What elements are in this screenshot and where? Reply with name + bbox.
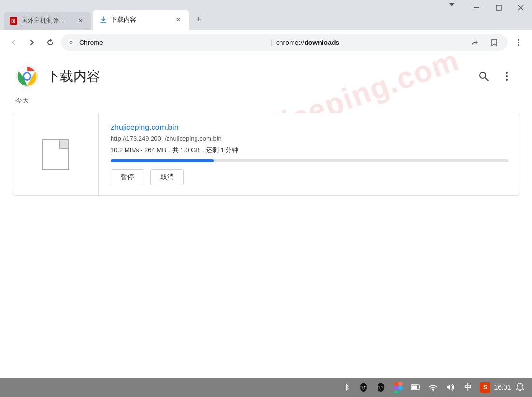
download-status: 10.2 MB/s - 264 MB，共 1.0 GB，还剩 1 分钟 — [111, 146, 508, 155]
svg-rect-35 — [394, 382, 398, 386]
tab-inactive-label: 国外主机测评 - — [21, 16, 72, 25]
cancel-button[interactable]: 取消 — [150, 169, 184, 185]
wifi-icon[interactable] — [427, 381, 439, 394]
svg-text:国: 国 — [11, 19, 15, 24]
battery-icon[interactable]: ⚡ — [409, 381, 422, 394]
download-card-info: zhujiceping.com.bin http://173.249.200. … — [99, 113, 520, 195]
svg-point-16 — [480, 72, 486, 78]
download-card-thumbnail — [12, 113, 99, 195]
svg-rect-2 — [474, 7, 479, 8]
svg-point-12 — [518, 44, 519, 46]
svg-rect-37 — [394, 386, 398, 390]
address-url: chrome://downloads — [276, 39, 463, 46]
figma-icon[interactable] — [392, 381, 405, 394]
svg-point-32 — [379, 386, 380, 387]
svg-rect-42 — [412, 386, 417, 389]
taskbar-right: ⚡ 中 S — [340, 381, 532, 394]
back-button[interactable] — [6, 35, 21, 50]
progress-bar-fill — [111, 159, 214, 162]
address-bar[interactable]: Chrome | chrome://downloads — [61, 34, 508, 51]
window-controls — [465, 0, 532, 15]
svg-rect-38 — [394, 390, 398, 393]
forward-button[interactable] — [24, 35, 40, 50]
section-today: 今天 — [0, 93, 532, 109]
svg-point-33 — [382, 386, 383, 387]
downloads-page: zhujiceping.com 下载内容 — [0, 55, 532, 378]
titlebar: 国 国外主机测评 - ✕ 下载内容 ✕ + — [0, 0, 532, 30]
tab-active[interactable]: 下载内容 ✕ — [93, 10, 189, 30]
more-page-button[interactable] — [497, 67, 517, 86]
bluetooth-icon[interactable] — [340, 381, 352, 394]
page-title-group: 下载内容 — [15, 65, 100, 88]
close-button[interactable] — [510, 0, 532, 15]
notification-icon[interactable] — [514, 381, 526, 394]
svg-point-11 — [518, 42, 519, 43]
minimize-button[interactable] — [465, 0, 488, 15]
chrome-logo — [15, 65, 39, 88]
qq2-icon[interactable] — [375, 381, 387, 394]
svg-point-15 — [24, 73, 30, 79]
svg-point-27 — [362, 383, 365, 385]
reload-button[interactable] — [42, 35, 58, 50]
toolbar: Chrome | chrome://downloads — [0, 30, 532, 55]
file-icon — [42, 139, 69, 170]
pause-button[interactable]: 暂停 — [111, 169, 144, 185]
ime-label: 中 — [464, 383, 472, 392]
taskbar-time: 16:01 — [494, 383, 511, 391]
page-header-icons — [474, 67, 517, 86]
sogou-label: S — [480, 382, 490, 393]
restore-button[interactable] — [488, 0, 510, 15]
taskbar: ⚡ 中 S — [0, 378, 532, 397]
svg-point-26 — [365, 386, 366, 387]
download-card: zhujiceping.com.bin http://173.249.200. … — [12, 113, 520, 196]
svg-point-18 — [506, 72, 508, 74]
chrome-site-icon — [67, 38, 75, 47]
download-tab-icon — [99, 16, 107, 24]
tab-inactive[interactable]: 国 国外主机测评 - ✕ — [4, 12, 91, 30]
progress-bar-container — [111, 159, 508, 162]
tab-active-label: 下载内容 — [111, 15, 170, 24]
svg-point-20 — [506, 79, 508, 81]
bookmark-button[interactable] — [487, 35, 502, 50]
svg-rect-36 — [398, 382, 403, 386]
site-name: Chrome — [79, 39, 266, 46]
volume-icon[interactable] — [444, 381, 457, 394]
page-header: 下载内容 — [0, 55, 532, 93]
sogou-icon[interactable]: S — [479, 381, 491, 394]
svg-line-17 — [485, 78, 488, 81]
svg-rect-3 — [496, 5, 501, 10]
svg-rect-41 — [419, 386, 420, 388]
tab-close-active[interactable]: ✕ — [174, 15, 182, 24]
svg-point-19 — [506, 75, 508, 77]
search-page-button[interactable] — [474, 67, 493, 86]
svg-point-34 — [379, 383, 382, 385]
tab-favicon-inactive: 国 — [10, 17, 17, 25]
svg-point-39 — [398, 386, 403, 390]
svg-point-25 — [362, 386, 363, 387]
svg-point-9 — [70, 42, 72, 43]
svg-point-10 — [518, 39, 519, 41]
page-title: 下载内容 — [46, 67, 100, 85]
qq1-icon[interactable] — [357, 381, 370, 394]
ime-icon[interactable]: 中 — [462, 381, 474, 394]
clock: 16:01 — [496, 381, 509, 394]
share-button[interactable] — [467, 35, 483, 50]
download-filename[interactable]: zhujiceping.com.bin — [111, 123, 508, 132]
new-tab-button[interactable]: + — [191, 12, 207, 27]
download-url: http://173.249.200. /zhujiceping.com.bin — [111, 135, 508, 142]
svg-point-44 — [433, 390, 434, 391]
download-actions: 暂停 取消 — [111, 169, 508, 185]
menu-button[interactable] — [511, 35, 526, 50]
tab-close-inactive[interactable]: ✕ — [76, 16, 85, 25]
